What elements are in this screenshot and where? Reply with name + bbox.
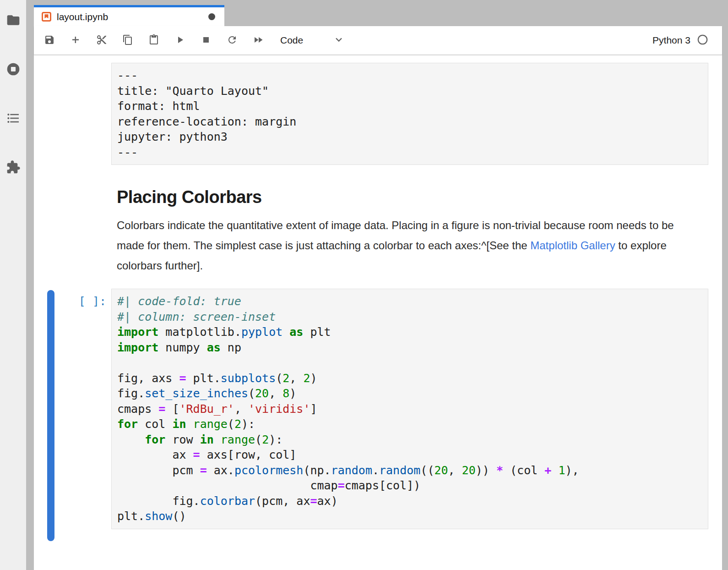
running-kernels-icon (6, 62, 21, 78)
kernel-indicator: Python 3 (652, 34, 708, 47)
run-icon (174, 34, 185, 47)
notebook-content: --- title: "Quarto Layout" format: html … (34, 55, 722, 570)
markdown-heading: Placing Colorbars (117, 186, 703, 208)
code-cell-code: #| code-fold: true #| column: screen-ins… (117, 294, 702, 524)
raw-cell: --- title: "Quarto Layout" format: html … (111, 63, 708, 165)
copy-icon (122, 34, 133, 47)
run-all-button[interactable] (253, 35, 264, 46)
matplotlib-gallery-link[interactable]: Matplotlib Gallery (530, 239, 615, 252)
left-sidebar (0, 0, 26, 570)
table-of-contents-button[interactable] (5, 111, 21, 126)
insert-cell-icon (70, 34, 81, 47)
paste-button[interactable] (148, 35, 159, 46)
input-prompt: [ ]: (34, 294, 106, 309)
kernel-name[interactable]: Python 3 (652, 35, 690, 46)
notebook-icon (41, 11, 52, 22)
save-icon (44, 34, 55, 47)
kernel-idle-circle-icon (690, 34, 708, 47)
main-dock-panel: layout.ipynb C (34, 0, 722, 570)
file-browser-button[interactable] (5, 13, 21, 28)
right-edge-strip (722, 0, 728, 570)
raw-cell-editor[interactable]: --- title: "Quarto Layout" format: html … (111, 63, 708, 165)
active-cell-indicator-bar[interactable] (47, 290, 54, 541)
sidebar-divider-strip (26, 0, 34, 570)
tab-bar: layout.ipynb (34, 0, 722, 26)
cut-button[interactable] (96, 35, 107, 46)
restart-kernel-button[interactable] (227, 35, 238, 46)
folder-icon (6, 13, 21, 29)
copy-button[interactable] (122, 35, 133, 46)
stop-icon (201, 34, 212, 47)
tab-layout-ipynb[interactable]: layout.ipynb (34, 5, 224, 26)
stop-button[interactable] (201, 35, 212, 46)
run-all-icon (253, 34, 264, 47)
run-button[interactable] (174, 35, 185, 46)
table-of-contents-icon (6, 111, 21, 127)
save-button[interactable] (44, 35, 55, 46)
extensions-button[interactable] (5, 160, 21, 175)
tab-title: layout.ipynb (57, 11, 108, 22)
code-cell: [ ]: #| code-fold: true #| column: scree… (111, 289, 708, 529)
code-cell-editor[interactable]: #| code-fold: true #| column: screen-ins… (111, 289, 708, 529)
restart-kernel-icon (227, 34, 238, 47)
markdown-paragraph: Colorbars indicate the quantitative exte… (117, 215, 695, 276)
notebook-toolbar: Code Python 3 (34, 26, 722, 55)
markdown-cell[interactable]: Placing Colorbars Colorbars indicate the… (111, 186, 708, 276)
cell-type-dropdown[interactable]: Code (280, 34, 344, 47)
insert-cell-button[interactable] (70, 35, 81, 46)
raw-cell-text: --- title: "Quarto Layout" format: html … (117, 68, 702, 160)
unsaved-changes-dot (208, 13, 215, 20)
running-kernels-button[interactable] (5, 62, 21, 77)
extensions-icon (6, 160, 21, 176)
cell-type-label: Code (280, 35, 303, 46)
paste-icon (148, 34, 159, 47)
chevron-down-icon (303, 34, 344, 47)
cut-icon (96, 34, 107, 47)
